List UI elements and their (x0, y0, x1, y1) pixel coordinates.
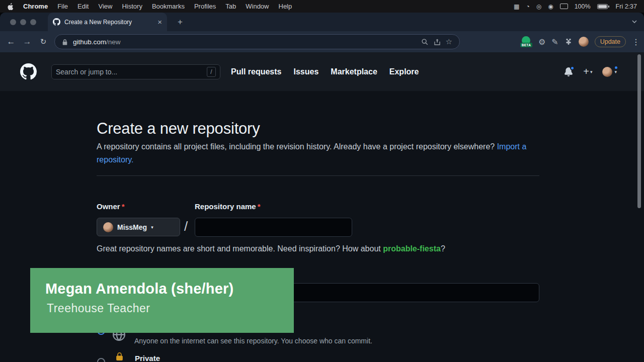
avatar-notification-dot (614, 65, 618, 70)
zoom-icon[interactable] (421, 38, 429, 46)
github-header: / Pull requests Issues Marketplace Explo… (0, 52, 644, 91)
new-tab-button[interactable]: + (174, 16, 186, 28)
close-window-button[interactable] (10, 19, 16, 25)
page-title: Create a new repository (97, 120, 260, 138)
profile-menu[interactable]: ▾ (602, 67, 617, 77)
tab-strip: Create a New Repository × + (0, 13, 644, 31)
status-grid-icon[interactable]: ▦ (514, 3, 519, 10)
plus-icon: + (583, 66, 589, 77)
repo-name-hint: Great repository names are short and mem… (97, 244, 445, 253)
bookmark-star-icon[interactable]: ☆ (446, 37, 452, 46)
nav-marketplace[interactable]: Marketplace (331, 67, 377, 76)
tab-search-chevron-icon[interactable] (631, 18, 638, 25)
screen: Chrome File Edit View History Bookmarks … (0, 0, 644, 362)
settings-extension-icon[interactable]: ⚙ (538, 37, 545, 47)
back-button[interactable]: ← (5, 36, 17, 48)
tab-favicon-github-icon (53, 18, 60, 26)
menubar-item-tab[interactable]: Tab (225, 3, 236, 10)
macos-menubar: Chrome File Edit View History Bookmarks … (0, 0, 644, 13)
owner-select-button[interactable]: MissMeg ▾ (97, 218, 180, 236)
private-label: Private (135, 354, 160, 362)
owner-avatar (103, 222, 113, 232)
required-asterisk: * (258, 202, 261, 211)
close-tab-icon[interactable]: × (157, 18, 162, 26)
nav-pull-requests[interactable]: Pull requests (231, 67, 281, 76)
menubar-item-window[interactable]: Window (246, 3, 269, 10)
page-scrollbar[interactable] (637, 54, 641, 208)
minimize-window-button[interactable] (20, 19, 26, 25)
zoom-window-button[interactable] (30, 19, 36, 25)
intro-text: A repository contains all project files,… (97, 142, 495, 151)
browser-menu-icon[interactable]: ⋮ (632, 37, 640, 47)
window-controls (10, 19, 36, 25)
github-search-box[interactable]: / (51, 64, 220, 79)
browser-window: Create a New Repository × + ← → ↻ github… (0, 13, 644, 362)
private-radio[interactable] (97, 358, 105, 362)
presenter-name: Megan Amendola (she/her) (45, 281, 294, 297)
status-app-icon[interactable]: ◎ (536, 3, 541, 10)
beta-extension-icon[interactable]: BETA (520, 36, 532, 47)
browser-tab[interactable]: Create a New Repository × (48, 13, 167, 31)
share-icon[interactable] (434, 38, 441, 46)
notification-dot (570, 66, 575, 70)
puzzle-extensions-icon[interactable] (565, 38, 573, 46)
hint-text: Great repository names are short and mem… (97, 244, 383, 253)
public-description: Anyone on the internet can see this repo… (134, 337, 372, 345)
create-new-dropdown[interactable]: + ▾ (583, 66, 592, 77)
menubar-status-area: ▦ ◔ ◎ ◉ 100% Fri 2:37 (514, 3, 637, 10)
lock-icon (115, 352, 124, 361)
menubar-item-chrome[interactable]: Chrome (23, 3, 48, 10)
menubar-item-profiles[interactable]: Profiles (194, 3, 216, 10)
menubar-item-view[interactable]: View (98, 3, 112, 10)
repository-name-label: Repository name* (195, 202, 261, 211)
url-host: github.com (73, 38, 106, 46)
chevron-down-icon: ▾ (151, 225, 153, 230)
address-bar[interactable]: github.com/new ☆ (54, 34, 460, 49)
editor-extension-icon[interactable]: ✎ (551, 37, 558, 47)
menubar-item-help[interactable]: Help (279, 3, 292, 10)
divider (97, 175, 539, 176)
chevron-down-icon: ▾ (614, 69, 617, 74)
forward-button[interactable]: → (21, 36, 33, 48)
battery-icon (597, 4, 609, 9)
owner-repo-separator: / (184, 219, 188, 234)
browser-toolbar: ← → ↻ github.com/new ☆ (0, 31, 644, 52)
menubar-item-bookmarks[interactable]: Bookmarks (152, 3, 185, 10)
apple-menu-icon[interactable] (7, 3, 14, 10)
github-nav: Pull requests Issues Marketplace Explore (231, 52, 419, 91)
github-logo-icon[interactable] (20, 63, 37, 80)
nav-explore[interactable]: Explore (389, 67, 419, 76)
github-header-actions: + ▾ ▾ (564, 52, 617, 91)
required-asterisk: * (122, 202, 125, 211)
lock-icon[interactable] (62, 39, 68, 45)
toolbar-extensions: BETA ⚙ ✎ Update ⋮ (520, 31, 640, 52)
browser-profile-avatar[interactable] (579, 37, 589, 47)
hint-suffix: ? (441, 244, 445, 253)
menubar-left: Chrome File Edit View History Bookmarks … (7, 3, 292, 10)
url-path: /new (106, 38, 121, 46)
page-intro: A repository contains all project files,… (97, 140, 527, 166)
reload-button[interactable]: ↻ (37, 36, 49, 48)
nav-issues[interactable]: Issues (293, 67, 318, 76)
menubar-item-edit[interactable]: Edit (77, 3, 89, 10)
update-chrome-button[interactable]: Update (595, 36, 626, 47)
github-search-input[interactable] (56, 68, 207, 76)
suggested-repo-name[interactable]: probable-fiesta (383, 244, 441, 253)
menubar-clock[interactable]: Fri 2:37 (616, 3, 637, 10)
repository-name-input[interactable] (195, 218, 352, 237)
notifications-bell-icon[interactable] (564, 67, 573, 76)
status-shield-icon[interactable]: ◉ (548, 3, 553, 10)
search-shortcut-key: / (207, 67, 216, 77)
battery-percent: 100% (575, 3, 591, 10)
presenter-role: Treehouse Teacher (47, 302, 294, 315)
display-icon[interactable] (560, 4, 568, 9)
presenter-nameplate: Megan Amendola (she/her) Treehouse Teach… (30, 268, 294, 333)
owner-label: Owner* (97, 202, 125, 211)
url-text: github.com/new (73, 37, 121, 46)
menubar-item-file[interactable]: File (57, 3, 68, 10)
tab-title: Create a New Repository (64, 19, 153, 26)
github-avatar[interactable] (602, 67, 612, 77)
menubar-item-history[interactable]: History (122, 3, 142, 10)
status-clock-icon[interactable]: ◔ (526, 3, 529, 10)
chevron-down-icon: ▾ (590, 69, 593, 74)
